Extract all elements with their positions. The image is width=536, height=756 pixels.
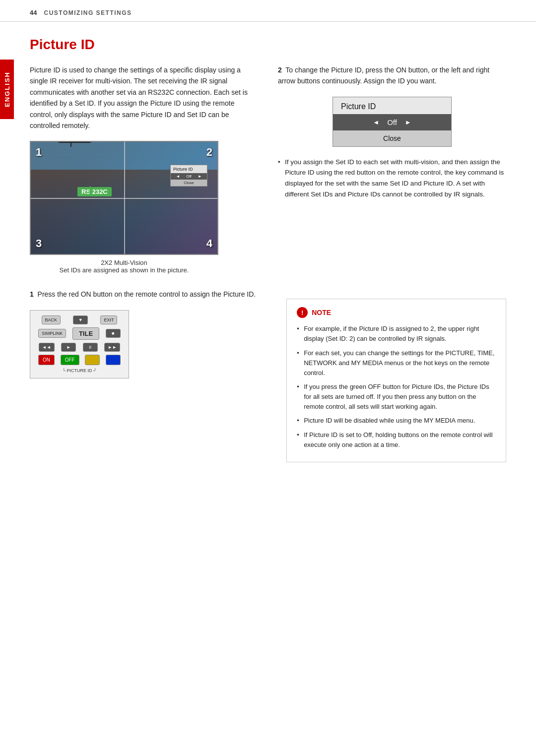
prev-button: ◄◄: [39, 343, 55, 352]
remote-row-1: BACK ▼ EXIT: [35, 315, 124, 324]
step1-section: 1 Press the red ON button on the remote …: [30, 289, 506, 462]
note-icon: !: [297, 307, 308, 318]
ir-receiver-label: IR Receiver: [56, 141, 94, 143]
note-item-3: If you press the green OFF button for Pi…: [297, 382, 496, 412]
pause-button: II: [83, 343, 98, 352]
note-item-4: Picture ID will be disabled while using …: [297, 416, 496, 426]
next-button: ►►: [104, 343, 120, 352]
tile-button: TILE: [72, 327, 99, 340]
dialog-value-row: ◄ Off ►: [333, 114, 451, 130]
rs232c-label: RS 232C: [77, 187, 112, 196]
picture-id-label: └ PICTURE ID ┘: [35, 368, 124, 373]
dialog-left-arrow[interactable]: ◄: [373, 119, 379, 126]
multivision-image-container: IR Receiver 1 2 3 4 RS 232C ↓ Picture ID: [30, 141, 218, 274]
right-column: 2 To change the Picture ID, press the ON…: [278, 64, 506, 274]
off-button: OFF: [61, 355, 79, 365]
yellow-button: [85, 355, 100, 365]
main-content: Picture ID Picture ID is used to change …: [0, 22, 536, 482]
intro-text: Picture ID is used to change the setting…: [30, 64, 258, 131]
sidebar-english-label: ENGLISH: [0, 60, 14, 119]
step-number-2: 2: [278, 66, 282, 74]
note-item-1: For example, if the Picture ID is assign…: [297, 324, 496, 344]
step-number-1: 1: [30, 290, 34, 298]
top-section: Picture ID is used to change the setting…: [30, 64, 506, 274]
dialog-close-button[interactable]: Close: [333, 130, 451, 146]
page-header: 44 CUSTOMIZING SETTINGS: [0, 0, 536, 22]
picture-id-dialog: Picture ID ◄ Off ► Close: [333, 97, 452, 147]
play-button: ►: [61, 343, 76, 352]
step1-text: 1 Press the red ON button on the remote …: [30, 289, 271, 300]
dialog-value: Off: [387, 118, 397, 126]
remote-row-2: SIMPLINK TILE ■: [35, 327, 124, 340]
dialog-title: Picture ID: [333, 97, 451, 114]
step2-intro: 2 To change the Picture ID, press the ON…: [278, 64, 506, 87]
mini-dialog-close: Close: [171, 180, 207, 186]
cell-number-2: 2: [206, 146, 212, 159]
image-caption: 2X2 Multi-Vision Set IDs are assigned as…: [30, 259, 218, 274]
simplink-button: SIMPLINK: [38, 329, 66, 338]
multivision-image: IR Receiver 1 2 3 4 RS 232C ↓ Picture ID: [30, 141, 218, 255]
cell-number-1: 1: [36, 146, 42, 159]
dialog-right-arrow[interactable]: ►: [405, 119, 411, 126]
note-item-5: If Picture ID is set to Off, holding but…: [297, 430, 496, 450]
remote-row-4: ON OFF: [35, 355, 124, 365]
mini-dialog-title: Picture ID: [171, 165, 207, 173]
square-button: ■: [106, 329, 121, 338]
page-number: 44: [30, 9, 37, 16]
mini-picture-id-dialog: Picture ID ◄ Off ► Close: [170, 165, 207, 187]
cell-number-4: 4: [206, 237, 212, 250]
note-header: ! NOTE: [297, 307, 496, 318]
on-button: ON: [38, 355, 55, 365]
back-button: BACK: [42, 315, 61, 324]
left-column: Picture ID is used to change the setting…: [30, 64, 258, 274]
remote-control-image: BACK ▼ EXIT SIMPLINK TILE ■ ◄◄ ► II ►►: [30, 310, 129, 378]
page-title: Picture ID: [30, 37, 506, 53]
note-box: ! NOTE For example, if the Picture ID is…: [286, 299, 506, 462]
exit-button: EXIT: [100, 315, 117, 324]
remote-row-3: ◄◄ ► II ►►: [35, 343, 124, 352]
mv-arrow: ↓: [87, 181, 94, 197]
down-arrow-button: ▼: [73, 315, 88, 324]
blue-button: [106, 355, 121, 365]
step1-right: ! NOTE For example, if the Picture ID is…: [286, 289, 506, 462]
picture-id-bullet-text: If you assign the Set ID to each set wit…: [278, 157, 506, 199]
mini-dialog-row: ◄ Off ►: [171, 173, 207, 180]
step1-left: 1 Press the red ON button on the remote …: [30, 289, 271, 462]
grid-vertical: [124, 142, 125, 254]
cell-number-3: 3: [36, 237, 42, 250]
note-list: For example, if the Picture ID is assign…: [297, 324, 496, 450]
section-title: CUSTOMIZING SETTINGS: [44, 9, 132, 16]
note-item-2: For each set, you can change the setting…: [297, 348, 496, 378]
